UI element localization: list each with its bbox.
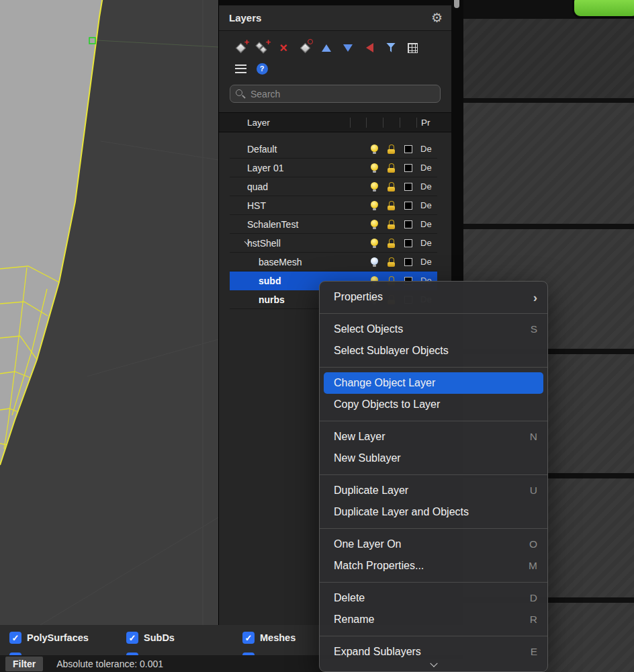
menu-separator bbox=[320, 528, 547, 529]
color-swatch[interactable] bbox=[404, 239, 412, 247]
layers-toolbar: + + × bbox=[219, 31, 451, 58]
menu-item-copy-objects-to-layer[interactable]: Copy Objects to Layer bbox=[320, 394, 547, 415]
menu-item-select-sublayer-objects[interactable]: Select Sublayer Objects bbox=[320, 340, 547, 362]
material-label[interactable]: De bbox=[416, 238, 437, 248]
menu-item-one-layer-on[interactable]: One Layer On O bbox=[320, 534, 547, 555]
checkbox-checked-icon[interactable]: ✓ bbox=[9, 632, 21, 644]
color-swatch[interactable] bbox=[404, 145, 412, 153]
layer-name: baseMesh bbox=[230, 257, 350, 267]
color-swatch[interactable] bbox=[404, 183, 412, 191]
menu-separator bbox=[320, 636, 547, 636]
filter-polysurfaces[interactable]: ✓ PolySurfaces bbox=[9, 632, 89, 644]
lock-icon[interactable] bbox=[388, 144, 396, 154]
new-layer-icon[interactable]: + bbox=[234, 41, 247, 54]
color-swatch[interactable] bbox=[404, 164, 412, 172]
bulb-icon[interactable] bbox=[371, 220, 378, 227]
lock-icon[interactable] bbox=[388, 163, 396, 173]
shortcut-key: R bbox=[530, 614, 537, 626]
bulb-off-icon[interactable] bbox=[371, 257, 378, 265]
material-label[interactable]: De bbox=[416, 200, 437, 210]
header-layer-column: Layer bbox=[230, 118, 350, 128]
shortcut-key: S bbox=[531, 323, 537, 335]
bulb-icon[interactable] bbox=[371, 144, 378, 152]
search-input[interactable] bbox=[230, 85, 441, 103]
menu-item-match-properties[interactable]: Match Properties... M bbox=[320, 555, 547, 577]
material-label[interactable]: De bbox=[416, 144, 437, 154]
menu-separator bbox=[320, 582, 547, 583]
checkbox-checked-icon[interactable]: ✓ bbox=[242, 632, 255, 644]
layer-row[interactable]: Layer 01 De bbox=[230, 159, 437, 177]
menu-item-rename[interactable]: Rename R bbox=[320, 609, 547, 630]
menu-item-select-objects[interactable]: Select Objects S bbox=[320, 319, 547, 340]
layer-row[interactable]: baseMesh De bbox=[230, 253, 437, 271]
color-swatch[interactable] bbox=[404, 220, 412, 228]
menu-item-duplicate-layer-and-objects[interactable]: Duplicate Layer and Objects bbox=[320, 501, 547, 523]
shortcut-key: U bbox=[530, 485, 537, 497]
layer-tools-icon[interactable] bbox=[298, 41, 312, 54]
menu-item-duplicate-layer[interactable]: Duplicate Layer U bbox=[320, 480, 547, 501]
filter-button[interactable]: Filter bbox=[5, 657, 43, 671]
grid-view-icon[interactable] bbox=[406, 41, 419, 54]
layer-name: Layer 01 bbox=[230, 163, 350, 173]
help-icon[interactable]: ? bbox=[255, 62, 269, 75]
layer-row[interactable]: hstShell De bbox=[230, 234, 437, 253]
checkbox-checked-icon[interactable]: ✓ bbox=[126, 632, 138, 644]
menu-item-properties[interactable]: Properties › bbox=[320, 286, 547, 308]
delete-layer-icon[interactable]: × bbox=[277, 41, 290, 54]
menu-scroll-down[interactable] bbox=[320, 659, 547, 671]
panel-section bbox=[463, 103, 634, 224]
header-current-column bbox=[350, 118, 366, 128]
layer-row[interactable]: quad De bbox=[230, 177, 437, 196]
viewport-3d[interactable] bbox=[0, 0, 218, 625]
layer-row[interactable]: SchalenTest De bbox=[230, 215, 437, 234]
filter-funnel-icon[interactable] bbox=[384, 41, 398, 54]
layer-name: Default bbox=[230, 144, 350, 155]
layer-row[interactable]: Default De bbox=[230, 140, 437, 159]
header-visibility-column bbox=[366, 118, 383, 128]
filter-subds[interactable]: ✓ SubDs bbox=[126, 632, 175, 644]
material-label[interactable]: De bbox=[416, 257, 437, 267]
panel-title: Layers bbox=[229, 12, 431, 24]
filter-label: Meshes bbox=[260, 632, 296, 643]
lock-icon[interactable] bbox=[388, 182, 396, 192]
bulb-icon[interactable] bbox=[371, 239, 378, 246]
menu-item-new-sublayer[interactable]: New Sublayer bbox=[320, 448, 547, 469]
search-box bbox=[230, 85, 441, 103]
shortcut-key: D bbox=[530, 592, 537, 604]
layer-row[interactable]: HST De bbox=[230, 196, 437, 215]
material-label[interactable]: De bbox=[416, 219, 437, 229]
shortcut-key: N bbox=[530, 431, 537, 443]
menu-item-delete[interactable]: Delete D bbox=[320, 587, 547, 609]
move-layer-up-icon[interactable] bbox=[320, 41, 333, 54]
header-color-column bbox=[400, 118, 416, 128]
material-label[interactable]: De bbox=[416, 163, 437, 173]
menu-item-new-layer[interactable]: New Layer N bbox=[320, 426, 547, 448]
green-toolbar-button[interactable] bbox=[572, 0, 634, 18]
tolerance-readout: Absolute tolerance: 0.001 bbox=[56, 659, 163, 669]
menu-icon[interactable] bbox=[234, 62, 247, 75]
bulb-icon[interactable] bbox=[371, 163, 378, 171]
layer-name: quad bbox=[230, 181, 350, 192]
collapse-left-icon[interactable] bbox=[363, 41, 376, 54]
viewport-canvas[interactable] bbox=[0, 0, 218, 625]
chevron-down-icon bbox=[430, 659, 437, 667]
color-swatch[interactable] bbox=[404, 258, 412, 266]
lock-icon[interactable] bbox=[388, 239, 396, 248]
move-layer-down-icon[interactable] bbox=[341, 41, 355, 54]
bulb-icon[interactable] bbox=[371, 182, 378, 190]
scrollbar-thumb[interactable] bbox=[454, 0, 459, 8]
lock-icon[interactable] bbox=[388, 257, 396, 267]
panel-titlebar: Layers ⚙ bbox=[219, 5, 451, 31]
bulb-icon[interactable] bbox=[371, 201, 378, 208]
color-swatch[interactable] bbox=[404, 202, 412, 210]
material-label[interactable]: De bbox=[416, 181, 437, 192]
menu-item-change-object-layer[interactable]: Change Object Layer bbox=[324, 372, 543, 394]
filter-meshes[interactable]: ✓ Meshes bbox=[242, 632, 296, 644]
layer-context-menu: Properties › Select Objects S Select Sub… bbox=[319, 281, 548, 672]
panel-section bbox=[463, 19, 634, 98]
gear-icon[interactable]: ⚙ bbox=[431, 11, 443, 24]
new-sublayer-icon[interactable]: + bbox=[255, 41, 269, 54]
header-lock-column bbox=[383, 118, 400, 128]
lock-icon[interactable] bbox=[388, 220, 396, 229]
lock-icon[interactable] bbox=[388, 201, 396, 210]
